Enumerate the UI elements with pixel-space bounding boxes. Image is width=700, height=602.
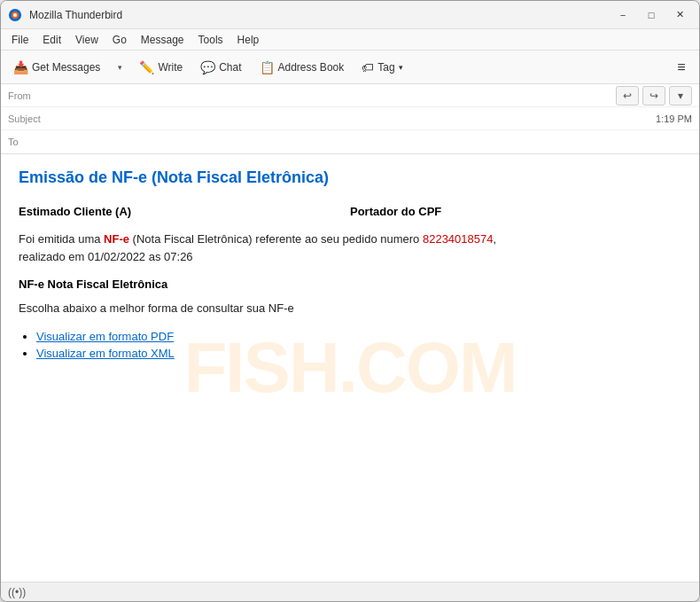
write-icon: ✏️ [139, 60, 154, 74]
section-text: Escolha abaixo a melhor forma de consult… [19, 300, 681, 317]
greeting-left: Estimado Cliente (A) [19, 205, 350, 218]
tag-button[interactable]: 🏷 Tag ▾ [354, 57, 409, 78]
more-actions-button[interactable]: ▾ [669, 86, 692, 106]
write-button[interactable]: ✏️ Write [132, 57, 190, 78]
svg-point-2 [13, 13, 17, 17]
xml-link[interactable]: Visualizar em formato XML [36, 347, 175, 360]
email-content: Emissão de NF-e (Nota Fiscal Eletrônica)… [19, 168, 681, 360]
toolbar: 📥 Get Messages ▾ ✏️ Write 💬 Chat 📋 Addre… [1, 51, 699, 84]
menu-tools[interactable]: Tools [191, 32, 230, 48]
email-header: From ↩ ↪ ▾ Subject 1:19 PM To [1, 84, 699, 154]
minimize-button[interactable]: − [611, 5, 635, 25]
menu-message[interactable]: Message [134, 32, 191, 48]
body-text-3: , [493, 232, 496, 246]
subject-row: Subject 1:19 PM [1, 107, 699, 130]
menu-view[interactable]: View [68, 32, 105, 48]
greeting-row: Estimado Cliente (A) Portador do CPF [19, 205, 681, 218]
chat-icon: 💬 [200, 60, 215, 74]
get-messages-dropdown[interactable]: ▾ [111, 55, 128, 80]
body-text-4: realizado em 01/02/2022 as 07:26 [19, 250, 193, 263]
from-label: From [8, 90, 57, 101]
get-messages-button[interactable]: 📥 Get Messages [6, 57, 107, 78]
address-book-button[interactable]: 📋 Address Book [253, 57, 352, 78]
close-button[interactable]: ✕ [667, 5, 692, 25]
section-title: NF-e Nota Fiscal Eletrônica [19, 278, 681, 291]
greeting-right: Portador do CPF [350, 205, 681, 218]
toolbar-menu-button[interactable]: ≡ [669, 55, 694, 80]
from-row: From ↩ ↪ ▾ [1, 84, 699, 107]
tag-label: Tag [377, 61, 394, 74]
forward-button[interactable]: ↪ [642, 86, 665, 106]
order-number-highlight: 82234018574 [423, 232, 494, 246]
status-icon: ((•)) [8, 586, 26, 598]
header-actions: ↩ ↪ ▾ [616, 86, 692, 106]
chat-label: Chat [219, 61, 241, 74]
list-item: Visualizar em formato PDF [36, 330, 681, 343]
email-time: 1:19 PM [656, 113, 692, 124]
main-window: Mozilla Thunderbird − □ ✕ File Edit View… [0, 0, 700, 602]
menu-go[interactable]: Go [105, 32, 134, 48]
get-messages-icon: 📥 [13, 60, 28, 74]
window-controls: − □ ✕ [611, 5, 692, 25]
status-bar: ((•)) [1, 582, 699, 601]
pdf-link[interactable]: Visualizar em formato PDF [36, 330, 174, 343]
nfe-highlight: NF-e [104, 232, 129, 246]
menu-bar: File Edit View Go Message Tools Help [1, 29, 699, 51]
app-icon [8, 8, 22, 22]
get-messages-label: Get Messages [32, 61, 100, 74]
menu-help[interactable]: Help [230, 32, 267, 48]
menu-edit[interactable]: Edit [35, 32, 68, 48]
title-bar: Mozilla Thunderbird − □ ✕ [1, 1, 699, 29]
email-paragraph-1: Foi emitida uma NF-e (Nota Fiscal Eletrô… [19, 231, 681, 265]
menu-file[interactable]: File [4, 32, 35, 48]
address-book-label: Address Book [278, 61, 345, 74]
maximize-button[interactable]: □ [639, 5, 664, 25]
address-book-icon: 📋 [260, 60, 275, 74]
to-row: To [1, 130, 699, 153]
body-text-2: (Nota Fiscal Eletrônica) referente ao se… [129, 232, 423, 246]
write-label: Write [158, 61, 183, 74]
email-subject: Emissão de NF-e (Nota Fiscal Eletrônica) [19, 168, 681, 187]
chat-button[interactable]: 💬 Chat [193, 57, 248, 78]
email-links-list: Visualizar em formato PDF Visualizar em … [36, 330, 681, 360]
tag-dropdown-icon: ▾ [399, 63, 403, 72]
to-label: To [8, 137, 57, 147]
list-item: Visualizar em formato XML [36, 347, 681, 360]
window-title: Mozilla Thunderbird [29, 9, 611, 21]
email-body: FISH.COM Emissão de NF-e (Nota Fiscal El… [1, 154, 699, 582]
reply-button[interactable]: ↩ [616, 86, 639, 106]
body-text-1: Foi emitida uma [19, 232, 104, 246]
subject-label: Subject [8, 113, 57, 124]
tag-icon: 🏷 [362, 60, 374, 74]
